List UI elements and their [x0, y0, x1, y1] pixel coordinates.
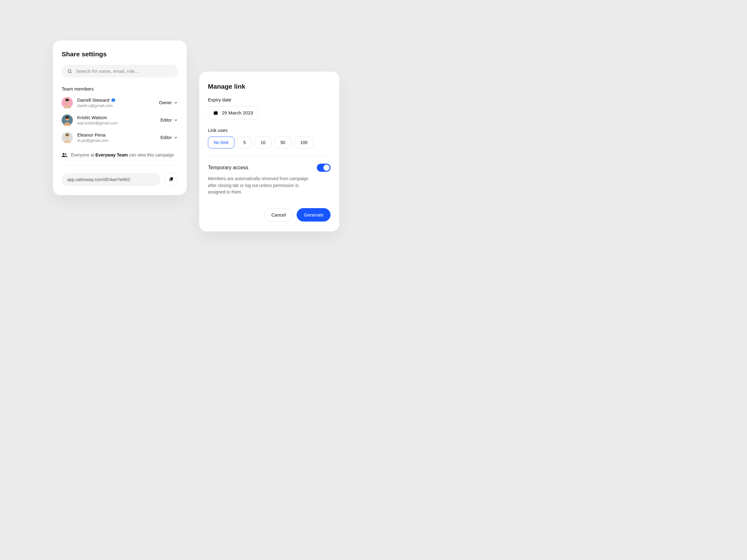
people-icon [61, 153, 67, 157]
chevron-down-icon [174, 118, 178, 122]
divider [208, 157, 331, 157]
avatar [61, 97, 73, 108]
svg-point-8 [62, 153, 65, 155]
temp-access-header: Temporary access [208, 164, 331, 172]
share-link-pill: app.salesway.com/dD4aeYie902 [61, 173, 161, 186]
link-uses-option[interactable]: No limit [208, 137, 234, 149]
role-label: Editor [160, 135, 172, 140]
calendar-icon [213, 110, 218, 115]
cancel-button[interactable]: Cancel [264, 208, 293, 221]
role-label: Owner [159, 100, 172, 105]
avatar [61, 132, 73, 143]
member-row: Darrell Stewarddarell.s@gmail.comOwner [61, 97, 178, 108]
temp-access-title: Temporary access [208, 165, 248, 170]
member-info: Eleanor Penael.pe@gmail.com [77, 132, 156, 143]
member-name: Kristin Watson [77, 115, 156, 120]
link-settings-button[interactable] [149, 177, 155, 182]
member-list: Darrell Stewarddarell.s@gmail.comOwnerKr… [61, 97, 178, 143]
access-note-text: Everyone at Everyway Team can view this … [71, 153, 174, 157]
link-uses-option[interactable]: 5 [237, 137, 252, 149]
member-email: wat.kristin@gmail.com [77, 121, 156, 125]
share-settings-title: Share settings [61, 50, 178, 58]
link-uses-option[interactable]: 100 [294, 137, 313, 149]
role-picker[interactable]: Editor [160, 117, 178, 123]
expiry-date-label: Expiry date [208, 97, 331, 102]
member-info: Kristin Watsonwat.kristin@gmail.com [77, 115, 156, 125]
share-link-row: app.salesway.com/dD4aeYie902 [61, 173, 178, 186]
avatar [61, 114, 73, 126]
member-name: Eleanor Pena [77, 132, 156, 137]
expiry-date-input[interactable]: 29 March 2023 [208, 106, 258, 119]
temp-access-description: Members are automatically removed from c… [208, 176, 314, 196]
dialog-actions: Cancel Generate [208, 208, 331, 221]
expiry-date-value: 29 March 2023 [222, 110, 253, 115]
member-name: Darrell Steward [77, 97, 155, 103]
verified-badge-icon [111, 98, 115, 102]
role-label: Editor [160, 117, 172, 123]
copy-link-button[interactable] [164, 173, 178, 186]
manage-link-card: Manage link Expiry date 29 March 2023 Li… [199, 72, 339, 232]
access-note: Everyone at Everyway Team can view this … [61, 153, 178, 165]
svg-point-0 [68, 70, 71, 72]
search-icon [67, 69, 72, 74]
svg-rect-15 [214, 112, 217, 113]
svg-point-9 [65, 153, 67, 155]
share-settings-card: Share settings Team members Darrell Stew… [53, 41, 187, 195]
copy-icon [169, 177, 174, 183]
team-members-label: Team members [61, 86, 178, 91]
member-email: el.pe@gmail.com [77, 138, 156, 143]
share-link-url: app.salesway.com/dD4aeYie902 [67, 177, 130, 182]
role-picker[interactable]: Editor [160, 135, 178, 140]
chevron-down-icon [174, 101, 178, 105]
svg-line-1 [71, 72, 72, 73]
member-row: Eleanor Penael.pe@gmail.comEditor [61, 132, 178, 143]
generate-button[interactable]: Generate [297, 208, 331, 221]
manage-link-title: Manage link [208, 83, 331, 90]
chevron-down-icon [174, 135, 178, 140]
search-input[interactable] [76, 69, 173, 74]
search-field-wrap[interactable] [61, 65, 178, 77]
link-uses-label: Link uses [208, 128, 331, 133]
svg-rect-10 [170, 177, 173, 180]
member-email: darell.s@gmail.com [77, 103, 155, 108]
role-picker[interactable]: Owner [159, 100, 178, 105]
member-info: Darrell Stewarddarell.s@gmail.com [77, 97, 155, 108]
member-row: Kristin Watsonwat.kristin@gmail.comEdito… [61, 114, 178, 126]
link-uses-option[interactable]: 10 [255, 137, 272, 149]
link-uses-option[interactable]: 50 [275, 137, 291, 149]
temp-access-toggle[interactable] [317, 164, 331, 172]
link-uses-options: No limit51050100 [208, 137, 331, 149]
